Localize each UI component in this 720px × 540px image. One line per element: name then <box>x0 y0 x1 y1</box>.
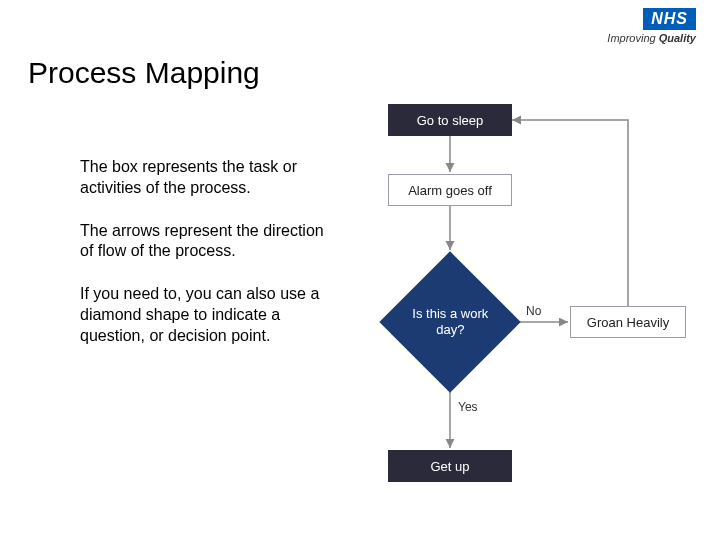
tagline-bold: Quality <box>659 32 696 44</box>
flow-step-getup: Get up <box>388 450 512 482</box>
flow-step-groan: Groan Heavily <box>570 306 686 338</box>
page-title: Process Mapping <box>28 56 260 90</box>
flow-decision-workday: Is this a work day? <box>379 251 520 392</box>
flowchart: Go to sleep Alarm goes off Is this a wor… <box>370 100 700 520</box>
nhs-logo-box: NHS <box>643 8 696 30</box>
explanatory-text: The box represents the task or activitie… <box>80 157 330 369</box>
flow-decision-label: Is this a work day? <box>405 306 495 337</box>
flow-step-alarm: Alarm goes off <box>388 174 512 206</box>
slide: NHS Improving Quality Process Mapping Th… <box>0 0 720 540</box>
flow-label-no: No <box>526 304 541 318</box>
flow-label-yes: Yes <box>458 400 478 414</box>
nhs-logo: NHS Improving Quality <box>607 8 696 44</box>
flow-step-sleep: Go to sleep <box>388 104 512 136</box>
paragraph-arrows: The arrows represent the direction of fl… <box>80 221 330 263</box>
paragraph-box: The box represents the task or activitie… <box>80 157 330 199</box>
paragraph-diamond: If you need to, you can also use a diamo… <box>80 284 330 346</box>
tagline-prefix: Improving <box>607 32 658 44</box>
nhs-logo-tagline: Improving Quality <box>607 32 696 44</box>
